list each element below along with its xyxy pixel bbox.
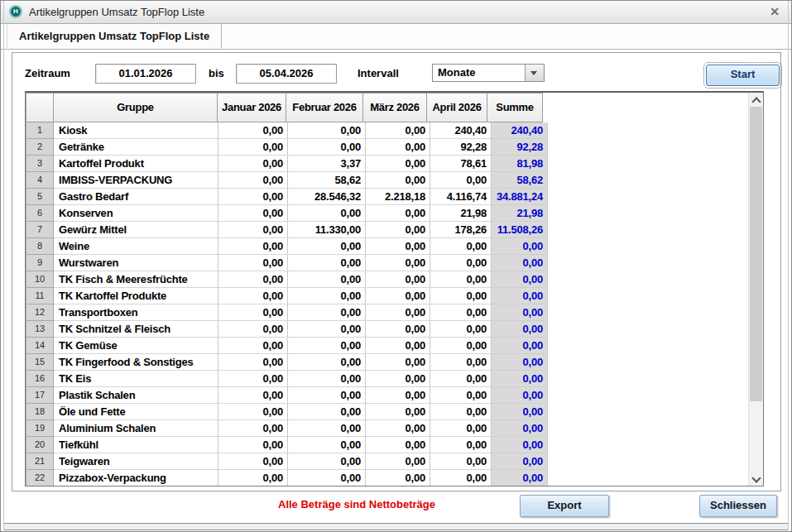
cell-summe: 0,00: [492, 470, 548, 486]
cell-januar: 0,00: [218, 453, 288, 470]
table-row[interactable]: 21 Teigwaren 0,00 0,00 0,00 0,00 0,00: [26, 453, 763, 470]
header-april[interactable]: April 2026: [426, 93, 487, 122]
table-row[interactable]: 4 IMBISS-VERPACKUNG 0,00 58,62 0,00 0,00…: [26, 172, 763, 189]
table-row[interactable]: 19 Aluminium Schalen 0,00 0,00 0,00 0,00…: [26, 420, 763, 437]
cell-februar: 58,62: [288, 172, 366, 189]
table-row[interactable]: 10 TK Fisch & Meeresfrüchte 0,00 0,00 0,…: [26, 271, 763, 288]
cell-gruppe: IMBISS-VERPACKUNG: [54, 172, 218, 189]
cell-januar: 0,00: [218, 371, 288, 387]
start-button[interactable]: Start: [706, 65, 780, 86]
date-from-input[interactable]: 01.01.2026: [95, 64, 196, 84]
cell-summe: 0,00: [492, 271, 548, 288]
cell-gruppe: TK Kartoffel Produkte: [54, 288, 218, 304]
cell-januar: 0,00: [218, 420, 288, 437]
cell-maerz: 0,00: [366, 470, 430, 486]
cell-gruppe: Getränke: [54, 139, 218, 156]
cell-februar: 0,00: [288, 371, 366, 387]
cell-februar: 0,00: [288, 139, 366, 156]
header-maerz[interactable]: März 2026: [362, 93, 427, 122]
cell-maerz: 0,00: [366, 354, 430, 371]
table-row[interactable]: 20 Tiefkühl 0,00 0,00 0,00 0,00 0,00: [26, 437, 763, 453]
cell-gruppe: Kiosk: [54, 122, 218, 139]
cell-summe: 240,40: [492, 122, 548, 139]
table-row[interactable]: 14 TK Gemüse 0,00 0,00 0,00 0,00 0,00: [26, 338, 763, 354]
cell-gruppe: TK Schnitzel & Fleisch: [54, 321, 218, 338]
app-icon-letter: H: [13, 7, 18, 15]
cell-januar: 0,00: [218, 255, 288, 271]
zeitraum-label: Zeitraum: [25, 67, 70, 79]
row-number-cell: 11: [26, 288, 54, 304]
cell-summe: 92,28: [492, 139, 548, 156]
cell-gruppe: Transportboxen: [54, 304, 218, 321]
cell-gruppe: TK Fingerfood & Sonstiges: [54, 354, 218, 371]
table-row[interactable]: 17 Plastik Schalen 0,00 0,00 0,00 0,00 0…: [26, 387, 763, 404]
cell-summe: 0,00: [492, 288, 548, 304]
cell-maerz: 0,00: [366, 139, 430, 156]
cell-summe: 0,00: [492, 404, 548, 420]
table-row[interactable]: 11 TK Kartoffel Produkte 0,00 0,00 0,00 …: [26, 288, 763, 304]
vertical-scrollbar[interactable]: [748, 93, 763, 486]
cell-februar: 28.546,32: [288, 189, 366, 205]
cell-januar: 0,00: [218, 205, 288, 222]
row-number-cell: 15: [26, 354, 54, 371]
table-row[interactable]: 5 Gastro Bedarf 0,00 28.546,32 2.218,18 …: [26, 189, 763, 205]
date-to-input[interactable]: 05.04.2026: [236, 64, 337, 84]
chevron-up-icon: [751, 97, 761, 106]
cell-maerz: 0,00: [366, 122, 430, 139]
cell-april: 0,00: [430, 255, 492, 271]
table-row[interactable]: 9 Wurstwaren 0,00 0,00 0,00 0,00 0,00: [26, 255, 763, 271]
table-row[interactable]: 16 TK Eis 0,00 0,00 0,00 0,00 0,00: [26, 371, 763, 387]
table-row[interactable]: 22 Pizzabox-Verpackung 0,00 0,00 0,00 0,…: [26, 470, 763, 486]
scrollbar-thumb[interactable]: [750, 107, 762, 401]
intervall-select[interactable]: Monate: [432, 64, 545, 82]
cell-februar: 0,00: [288, 453, 366, 470]
scrollbar-up-button[interactable]: [749, 93, 763, 107]
table-row[interactable]: 12 Transportboxen 0,00 0,00 0,00 0,00 0,…: [26, 304, 763, 321]
cell-summe: 0,00: [492, 321, 548, 338]
cell-gruppe: Konserven: [54, 205, 218, 222]
schliessen-button[interactable]: Schliessen: [699, 495, 777, 517]
table-row[interactable]: 6 Konserven 0,00 0,00 0,00 21,98 21,98: [26, 205, 763, 222]
row-number-cell: 4: [26, 172, 54, 189]
header-gruppe[interactable]: Gruppe: [53, 93, 218, 122]
cell-april: 0,00: [430, 404, 492, 420]
cell-summe: 0,00: [492, 453, 548, 470]
table-row[interactable]: 8 Weine 0,00 0,00 0,00 0,00 0,00: [26, 238, 763, 255]
header-januar[interactable]: Januar 2026: [217, 93, 286, 122]
scrollbar-down-button[interactable]: [749, 472, 763, 486]
cell-februar: 3,37: [288, 156, 366, 172]
cell-maerz: 0,00: [366, 271, 430, 288]
cell-maerz: 0,00: [366, 437, 430, 453]
cell-februar: 0,00: [288, 122, 366, 139]
cell-gruppe: TK Gemüse: [54, 338, 218, 354]
export-button[interactable]: Export: [520, 495, 609, 517]
table-row[interactable]: 18 Öle und Fette 0,00 0,00 0,00 0,00 0,0…: [26, 404, 763, 420]
header-februar[interactable]: Februar 2026: [286, 93, 363, 122]
header-summe[interactable]: Summe: [487, 93, 543, 122]
cell-april: 4.116,74: [430, 189, 492, 205]
dropdown-arrow-icon[interactable]: [525, 65, 544, 81]
cell-summe: 58,62: [492, 172, 548, 189]
table-row[interactable]: 13 TK Schnitzel & Fleisch 0,00 0,00 0,00…: [26, 321, 763, 338]
close-icon[interactable]: ✕: [770, 5, 780, 18]
cell-februar: 0,00: [288, 255, 366, 271]
table-row[interactable]: 7 Gewürz Mittel 0,00 11.330,00 0,00 178,…: [26, 222, 763, 238]
row-number-cell: 14: [26, 338, 54, 354]
table-row[interactable]: 2 Getränke 0,00 0,00 0,00 92,28 92,28: [26, 139, 763, 156]
cell-summe: 81,98: [492, 156, 548, 172]
results-table: Gruppe Januar 2026 Februar 2026 März 202…: [25, 91, 764, 486]
cell-maerz: 0,00: [366, 420, 430, 437]
cell-februar: 0,00: [288, 437, 366, 453]
cell-maerz: 0,00: [366, 338, 430, 354]
cell-maerz: 0,00: [366, 172, 430, 189]
window: H Artikelgruppen Umsatz TopFlop Liste ✕ …: [0, 0, 792, 532]
row-number-cell: 3: [26, 156, 54, 172]
table-row[interactable]: 3 Kartoffel Produkt 0,00 3,37 0,00 78,61…: [26, 156, 763, 172]
cell-februar: 0,00: [288, 404, 366, 420]
cell-gruppe: TK Fisch & Meeresfrüchte: [54, 271, 218, 288]
table-row[interactable]: 1 Kiosk 0,00 0,00 0,00 240,40 240,40: [26, 122, 763, 139]
row-number-cell: 8: [26, 238, 54, 255]
table-row[interactable]: 15 TK Fingerfood & Sonstiges 0,00 0,00 0…: [26, 354, 763, 371]
tab-artikelgruppen[interactable]: Artikelgruppen Umsatz TopFlop Liste: [7, 24, 222, 49]
cell-april: 0,00: [430, 470, 492, 486]
